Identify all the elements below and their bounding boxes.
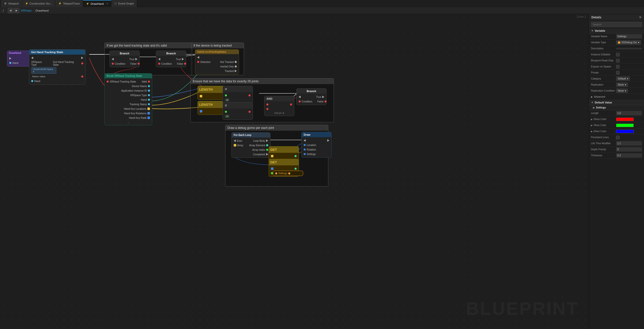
- eq1-out: [249, 94, 251, 96]
- checkbox-persistent-lines[interactable]: [616, 136, 620, 139]
- checkbox-bp-readonly[interactable]: [616, 59, 620, 62]
- settings-chevron: ▶: [593, 106, 595, 109]
- prop-advanced-link[interactable]: ▶ Advanced: [589, 94, 644, 100]
- b1-true-out: [135, 58, 137, 60]
- branch1-body: True Condition False: [110, 56, 139, 67]
- details-search-input[interactable]: [591, 22, 642, 27]
- get1-header: GET: [269, 147, 299, 153]
- prop-expose-spawn: Expose on Spawn: [589, 64, 644, 70]
- and-dot1: [266, 103, 268, 105]
- advanced-chevron: ▶: [591, 95, 593, 98]
- break-xrhand: XRHand Tracking State Valid: [105, 79, 152, 84]
- pin-handkeyrad: [147, 117, 150, 119]
- section-default-value[interactable]: ▼ Default Value: [589, 100, 644, 105]
- node-eq-2[interactable]: = 26: [223, 102, 253, 120]
- sw-nottracked: [235, 61, 237, 63]
- tab-close-drawhand[interactable]: ✕: [106, 2, 108, 5]
- sw-tracked: [235, 70, 237, 72]
- comment-title-3: Ensure that we have the data for exactly…: [191, 79, 334, 84]
- node-eq-1[interactable]: = 26: [223, 86, 253, 103]
- and-addpin[interactable]: Add pin ⊕: [264, 111, 294, 115]
- branch1-cond: Condition False: [110, 61, 139, 66]
- sw-exec-in: [197, 56, 199, 59]
- break-header: Break XRHand Tracking State: [105, 74, 152, 78]
- fe-array: [234, 144, 236, 147]
- tab-eventgraph[interactable]: ⬡ Event Graph: [111, 0, 137, 7]
- node-branch-2[interactable]: Branch True Condition False: [156, 51, 186, 67]
- b3-false-dot: [325, 100, 327, 102]
- checkbox-expose-spawn[interactable]: [616, 65, 620, 68]
- depth-value[interactable]: 0: [616, 147, 642, 152]
- section-variable[interactable]: ▼ Variable: [589, 28, 644, 33]
- break-xrspacetype: XRSpace Type: [105, 93, 152, 97]
- tab-construction[interactable]: ⚡ Construction Scr...: [22, 0, 56, 7]
- node-switch-tracking[interactable]: Switch on ETrackingStatus Selection Not …: [195, 49, 239, 75]
- category-dropdown[interactable]: Default ▾: [616, 77, 630, 81]
- tab-drawhand[interactable]: ⚡ DrawHand ✕: [83, 0, 111, 7]
- eq2-header: =: [223, 102, 253, 108]
- xrspace-dropdown[interactable]: Unreal World Space ▾: [31, 67, 56, 74]
- get2-idx-dot: [271, 172, 273, 174]
- blueprint-canvas[interactable]: Zoom 1: [0, 14, 589, 329]
- node-draw[interactable]: Draw Location Rotation: [301, 132, 332, 158]
- foreach-comp: Completed: [232, 152, 270, 157]
- node-branch-3[interactable]: Branch True Condition False: [296, 88, 327, 105]
- comment-title-4: Draw a debug gizmo per each joint: [225, 125, 328, 131]
- prop-replication: Replication None ▾: [589, 82, 644, 88]
- dv-section-label: Default Value: [595, 101, 612, 104]
- var-type-dot: [618, 41, 620, 44]
- branch1-exec: True: [110, 57, 139, 61]
- node-foreach[interactable]: For Each Loop Exec Loop Body Array: [231, 132, 270, 158]
- exec-in: [31, 57, 33, 59]
- zaxis-color-swatch[interactable]: [616, 130, 634, 133]
- b3-exec-in: [299, 96, 301, 98]
- replication-dropdown[interactable]: None ▾: [616, 83, 628, 87]
- xaxis-expand: ▶: [591, 118, 593, 121]
- node-break-xrhand[interactable]: Break XRHand Tracking State XRHand Track…: [104, 73, 152, 125]
- draw-location: Location: [302, 143, 331, 147]
- node-and[interactable]: AND Add pin ⊕: [264, 96, 294, 116]
- get1-pins: [269, 154, 299, 158]
- node-branch-1[interactable]: Branch True Condition False: [109, 51, 140, 67]
- get2-header: GET: [269, 159, 299, 165]
- checkbox-instance-editable[interactable]: [616, 53, 620, 56]
- break-hand: Hand: [105, 97, 152, 102]
- settings-label: Settings: [278, 172, 287, 175]
- yaxis-color-swatch[interactable]: [616, 124, 634, 127]
- tab-teleport[interactable]: ⚡ TeleportTrace: [55, 0, 83, 7]
- nav-back[interactable]: ◀: [8, 8, 13, 13]
- thickness-value[interactable]: 0.2: [616, 153, 642, 158]
- nav-forward[interactable]: ▶: [14, 8, 19, 13]
- b2-cond-dot: [158, 63, 160, 65]
- prop-instance-editable: Instance Editable: [589, 52, 644, 58]
- node-settings[interactable]: Settings: [273, 171, 303, 176]
- node-get-hand-tracking[interactable]: Get Hand Tracking State XRSpace Type Out…: [29, 49, 86, 85]
- tab-viewport[interactable]: 🖥 Viewport: [1, 0, 22, 7]
- draw-header: Draw: [302, 132, 331, 137]
- lifetime-value[interactable]: 1.1: [616, 141, 642, 145]
- var-type-dropdown[interactable]: SGDebug Giz ▾: [616, 40, 641, 45]
- pin-row-return: Return Value: [29, 74, 85, 79]
- draw-set-dot: [304, 153, 306, 155]
- rep-cond-dropdown[interactable]: None ▾: [616, 89, 628, 93]
- prop-private: Private: [589, 70, 644, 76]
- branch2-body: True Condition False: [156, 56, 186, 67]
- xaxis-color-swatch[interactable]: [616, 118, 634, 121]
- switch-sel: Selection Not Tracked: [195, 60, 239, 64]
- breadcrumb-root[interactable]: VRPawn: [21, 9, 32, 12]
- draw-loc-dot: [304, 144, 306, 146]
- get2-arr: [271, 167, 273, 170]
- checkbox-private[interactable]: [616, 71, 620, 75]
- details-close-icon[interactable]: ✕: [639, 16, 641, 19]
- length-value[interactable]: 1.0: [616, 111, 642, 115]
- comment-title-2: If the device is being tracked: [191, 43, 244, 48]
- settings-dot2: [288, 172, 290, 174]
- draw-settings: Settings: [302, 152, 331, 156]
- get2-out: [295, 168, 297, 170]
- and-in1: [264, 102, 294, 107]
- break-body: XRHand Tracking State Valid Device Name: [105, 78, 152, 125]
- break-expand[interactable]: ⌄: [105, 120, 152, 124]
- draw-body: Location Rotation Settings: [302, 137, 331, 157]
- section-settings[interactable]: ▶ Settings: [589, 105, 644, 110]
- pin-handkeyrot: [147, 112, 150, 115]
